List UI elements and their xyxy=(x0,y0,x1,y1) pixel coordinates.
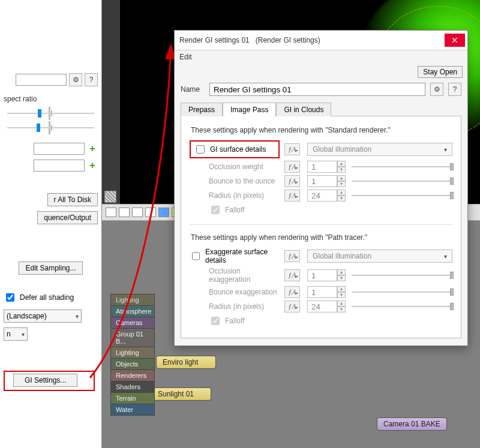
plus-icon[interactable]: + xyxy=(87,160,98,171)
script-icon[interactable]: ƒA xyxy=(284,300,300,312)
occlusion-exag-input[interactable] xyxy=(307,269,337,281)
gear-icon[interactable]: ⚙ xyxy=(69,73,82,86)
aspect-slider-2[interactable] xyxy=(4,121,98,134)
cat-terrain[interactable]: Terrain xyxy=(110,393,155,404)
cat-renderers[interactable]: Renderers xyxy=(110,370,155,381)
cat-water[interactable]: Water xyxy=(110,404,155,416)
tool-icon[interactable] xyxy=(106,208,116,217)
falloff-checkbox-2[interactable] xyxy=(211,317,220,325)
edit-menu[interactable]: Edit xyxy=(179,53,192,61)
falloff-checkbox[interactable] xyxy=(211,206,220,214)
name-input[interactable] xyxy=(209,83,425,96)
falloff-label: Falloff xyxy=(225,206,244,214)
exaggerate-label: Exaggerate surface details xyxy=(205,248,280,264)
edit-sampling-button[interactable]: Edit Sampling... xyxy=(19,261,82,275)
radius-px-label-2: Radius (in pixels) xyxy=(190,302,280,311)
radius-input-2[interactable] xyxy=(307,300,337,312)
bounce-ounce-input[interactable] xyxy=(307,175,337,187)
falloff-label-2: Falloff xyxy=(225,317,244,325)
tab-gi-clouds[interactable]: GI in Clouds xyxy=(276,103,331,116)
help-icon[interactable]: ? xyxy=(448,83,461,96)
script-icon[interactable]: ƒA xyxy=(284,190,300,202)
highlight-gi-settings xyxy=(4,371,95,391)
radius-slider[interactable] xyxy=(352,191,452,200)
script-icon[interactable]: ƒA xyxy=(284,143,300,155)
script-icon[interactable]: ƒA xyxy=(284,286,300,298)
sequence-output-button[interactable]: quence/Output xyxy=(37,211,98,224)
gi-surface-details-label: GI surface details xyxy=(210,145,266,154)
spin-down[interactable]: ▾ xyxy=(337,167,346,173)
name-label: Name xyxy=(181,85,205,94)
bounce-exag-slider[interactable] xyxy=(352,287,452,297)
node-camera-bake[interactable]: Camera 01 BAKE xyxy=(377,417,447,431)
script-icon[interactable]: ƒA xyxy=(284,250,300,262)
occlusion-exag-slider[interactable] xyxy=(352,270,452,280)
field-a[interactable] xyxy=(34,143,85,155)
bounce-ounce-label: Bounce to the ounce xyxy=(190,177,280,185)
tab-prepass[interactable]: Prepass xyxy=(181,103,223,116)
script-icon[interactable]: ƒA xyxy=(284,269,300,281)
node-sunlight[interactable]: Sunlight 01 xyxy=(151,387,211,401)
tool-icon[interactable] xyxy=(119,208,130,217)
cat-lighting[interactable]: Lighting xyxy=(110,347,155,359)
node-enviro-light[interactable]: Enviro light xyxy=(156,356,216,369)
exaggerate-checkbox[interactable] xyxy=(192,252,200,260)
n-select[interactable]: n▾ xyxy=(4,327,28,341)
gi-settings-dialog: Render GI settings 01 (Render GI setting… xyxy=(174,30,468,346)
help-icon[interactable]: ? xyxy=(85,73,98,86)
cat-objects[interactable]: Objects xyxy=(110,359,155,370)
global-illum-select-2[interactable]: Global illumination▾ xyxy=(307,249,452,263)
script-icon[interactable]: ƒA xyxy=(284,175,300,187)
category-list: Lighting Atmosphere Cameras Group 01 B..… xyxy=(110,294,155,416)
pt-sentence: These settings apply when rendering with… xyxy=(191,233,452,242)
tab-image-pass[interactable]: Image Pass xyxy=(223,103,276,116)
occlusion-exag-label: Occlusion exaggeration xyxy=(190,267,280,284)
close-button[interactable]: ✕ xyxy=(445,34,465,47)
radius-slider-2[interactable] xyxy=(352,302,452,311)
tool-icon[interactable] xyxy=(158,208,169,217)
cat-shaders[interactable]: Shaders xyxy=(110,381,155,393)
cat-cameras[interactable]: Cameras xyxy=(110,317,155,329)
global-illum-select[interactable]: Global illumination▾ xyxy=(307,143,452,156)
defer-shading-checkbox[interactable] xyxy=(6,293,14,302)
dialog-title: Render GI settings 01 (Render GI setting… xyxy=(179,36,320,44)
occlusion-weight-label: Occlusion weight xyxy=(190,163,280,171)
app-stage: ⚙ ? spect ratio + + r All To Disk quence… xyxy=(0,0,480,448)
gear-icon[interactable]: ⚙ xyxy=(430,83,443,96)
all-to-disk-button[interactable]: r All To Disk xyxy=(47,193,98,206)
stay-open-button[interactable]: Stay Open xyxy=(418,66,463,78)
spin-up[interactable]: ▴ xyxy=(337,161,346,167)
category-head[interactable]: Lighting xyxy=(110,294,155,306)
radius-px-label: Radius (in pixels) xyxy=(190,191,280,200)
cat-atmosphere[interactable]: Atmosphere xyxy=(110,306,155,317)
tab-body: These settings apply when rendering with… xyxy=(181,116,461,338)
occlusion-weight-input[interactable] xyxy=(307,161,337,173)
defer-shading-label: Defer all shading xyxy=(20,293,74,302)
std-sentence: These settings apply when rendering with… xyxy=(191,126,452,134)
radius-input[interactable] xyxy=(307,190,337,202)
highlight-gi-surface: GI surface details xyxy=(190,140,280,158)
orientation-select[interactable]: (Landscape)▾ xyxy=(4,309,82,323)
aspect-slider-1[interactable] xyxy=(4,107,98,120)
gi-surface-details-checkbox[interactable] xyxy=(196,145,205,154)
hatch-icon[interactable] xyxy=(104,191,116,203)
plus-icon[interactable]: + xyxy=(87,143,98,154)
resolution-input[interactable] xyxy=(16,74,67,86)
field-b[interactable] xyxy=(34,160,85,172)
script-icon[interactable]: ƒA xyxy=(284,161,300,173)
tool-icon[interactable] xyxy=(132,208,143,217)
bounce-ounce-slider[interactable] xyxy=(352,176,452,186)
occlusion-weight-slider[interactable] xyxy=(352,162,452,172)
bounce-exag-label: Bounce exaggeration xyxy=(190,288,280,296)
tool-icon[interactable] xyxy=(145,208,156,217)
cat-group[interactable]: Group 01 B... xyxy=(110,329,155,347)
aspect-ratio-label: spect ratio xyxy=(4,91,98,103)
bounce-exag-input[interactable] xyxy=(307,286,337,298)
